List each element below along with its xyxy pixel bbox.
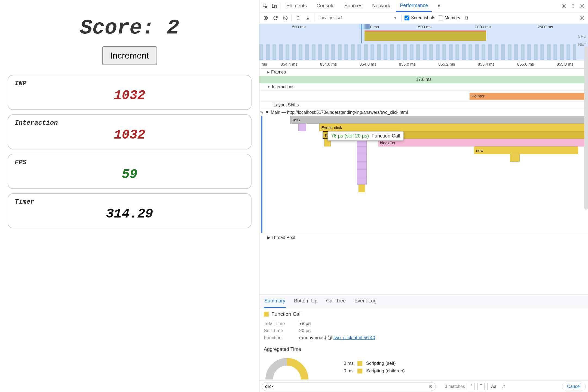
source-link[interactable]: two_click.html:56:40 (333, 335, 375, 340)
increment-button[interactable]: Increment (102, 46, 157, 65)
clear-icon[interactable] (282, 14, 289, 22)
separator (487, 383, 488, 390)
flame-bar[interactable] (357, 162, 367, 169)
gc-icon[interactable] (463, 14, 470, 22)
detail-tab-calltree[interactable]: Call Tree (326, 295, 346, 308)
kebab-menu-icon[interactable] (569, 2, 577, 10)
page-title: Score: 2 (7, 16, 253, 40)
close-devtools-icon[interactable] (579, 2, 586, 10)
overview-tick: 2000 ms (475, 24, 491, 29)
flame-bar[interactable] (359, 185, 365, 192)
overview-tick: 2500 ms (537, 24, 553, 29)
metric-value: 1032 (15, 88, 244, 103)
edit-icon[interactable]: ✎ (260, 110, 264, 115)
record-icon[interactable] (262, 14, 269, 22)
ruler-tick: 854.8 ms (359, 62, 376, 66)
separator (402, 15, 402, 21)
flame-now[interactable]: now (474, 146, 578, 154)
match-case-toggle[interactable]: Aa (490, 384, 497, 389)
track-layout-shifts[interactable]: Layout Shifts (259, 102, 588, 109)
perf-settings-icon[interactable] (578, 14, 585, 22)
flame-chart-area: ms 854.4 ms 854.6 ms 854.8 ms 855.0 ms 8… (259, 60, 588, 295)
screenshots-checkbox[interactable] (405, 16, 409, 20)
gear-icon[interactable] (560, 2, 567, 10)
ruler-tick: 855.2 ms (438, 62, 455, 66)
svg-point-3 (563, 5, 565, 7)
tab-console[interactable]: Console (313, 0, 338, 11)
ruler-tick: 855.8 ms (557, 62, 574, 66)
agg-time: 0 ms (337, 361, 354, 366)
track-interactions[interactable]: Pointer (259, 91, 588, 102)
summary-body: Function Call Total Time78 μs Self Time2… (259, 308, 588, 381)
reload-record-icon[interactable] (272, 14, 279, 22)
app-page: Score: 2 Increment INP 1032 Interaction … (0, 0, 259, 392)
flame-event-click[interactable]: Event: click (319, 124, 588, 131)
overview-tick: 500 ms (292, 24, 305, 29)
track-main-header[interactable]: ✎ ▼ Main — http://localhost:5173/underst… (259, 109, 588, 116)
summary-title: Function Call (264, 311, 584, 317)
regex-toggle[interactable]: .* (500, 384, 507, 389)
detail-tab-bottomup[interactable]: Bottom-Up (293, 295, 318, 308)
flame-bar[interactable] (357, 154, 367, 162)
metric-card-timer: Timer 314.29 (8, 193, 252, 228)
tab-network[interactable]: Network (368, 0, 394, 11)
track-thread-pool[interactable]: ▶ Thread Pool (259, 233, 588, 242)
device-toolbar-icon[interactable] (271, 2, 278, 10)
search-matches: 3 matches (445, 384, 465, 389)
metric-value: 1032 (15, 128, 244, 142)
interaction-pointer-bar[interactable]: Pointer (470, 93, 588, 100)
devtools-tabstrip: Elements Console Sources Network Perform… (259, 0, 588, 12)
timeline-overview[interactable]: 500 ms 0 ms 1500 ms 2000 ms 2500 ms CPU … (259, 24, 588, 60)
download-profile-icon[interactable] (304, 14, 311, 22)
flame-bar[interactable] (298, 124, 307, 131)
track-interactions-header[interactable]: ▼Interactions (259, 83, 588, 91)
expand-right-icon: ▶ (267, 70, 270, 74)
flame-bar[interactable] (357, 177, 367, 185)
detail-panel: Summary Bottom-Up Call Tree Event Log Fu… (259, 295, 588, 381)
ruler-tick: 855.6 ms (517, 62, 534, 66)
overview-tick: 0 ms (370, 24, 379, 29)
ruler-tick: 854.4 ms (281, 62, 298, 66)
overview-labels: CPU NET (578, 32, 586, 48)
detail-tab-summary[interactable]: Summary (264, 295, 286, 308)
separator (314, 15, 314, 21)
time-ruler[interactable]: ms 854.4 ms 854.6 ms 854.8 ms 855.0 ms 8… (259, 60, 588, 69)
chevron-down-icon: ▾ (394, 15, 396, 20)
recording-selector[interactable]: localhost #1 ▾ (317, 14, 399, 22)
metric-card-interaction: Interaction 1032 (8, 114, 252, 149)
tabs-overflow-button[interactable]: » (434, 0, 444, 11)
upload-profile-icon[interactable] (295, 14, 302, 22)
track-frames-header[interactable]: ▶Frames (259, 69, 588, 76)
overview-network (259, 44, 576, 60)
memory-toggle[interactable]: Memory (438, 16, 460, 20)
flame-bar[interactable] (357, 146, 367, 154)
screenshots-toggle[interactable]: Screenshots (405, 16, 435, 20)
memory-checkbox[interactable] (438, 16, 443, 20)
metric-label: Timer (15, 198, 244, 206)
metric-label: Interaction (15, 119, 244, 127)
detail-tab-eventlog[interactable]: Event Log (354, 295, 377, 308)
overview-tick: 1500 ms (416, 24, 432, 29)
agg-time: 0 ms (337, 368, 354, 374)
search-next-icon[interactable]: ˅ (477, 383, 485, 390)
ruler-tick: 855.0 ms (399, 62, 416, 66)
frame-duration[interactable]: 17.6 ms (259, 76, 588, 83)
search-input[interactable] (262, 382, 436, 391)
detail-tabs: Summary Bottom-Up Call Tree Event Log (259, 295, 588, 308)
cancel-search-button[interactable]: Cancel (562, 383, 586, 390)
flame-chart[interactable]: Task Event: click F… Ru…ks Function Call… (261, 116, 588, 233)
inspect-element-icon[interactable] (262, 2, 269, 10)
scrollbar[interactable] (584, 46, 588, 210)
search-prev-icon[interactable]: ˄ (468, 383, 475, 390)
clear-search-icon[interactable]: ⊗ (429, 384, 432, 389)
overview-cursor[interactable] (361, 24, 362, 43)
flame-blockfor[interactable]: blockFor (378, 139, 588, 146)
flame-bar[interactable] (510, 154, 520, 162)
metric-value: 59 (15, 167, 244, 182)
flame-task-bar[interactable]: Task (290, 116, 588, 124)
tab-sources[interactable]: Sources (341, 0, 366, 11)
tab-elements[interactable]: Elements (283, 0, 311, 11)
flame-bar[interactable] (357, 169, 367, 177)
devtools-panel: Elements Console Sources Network Perform… (259, 0, 588, 392)
tab-performance[interactable]: Performance (396, 0, 432, 12)
